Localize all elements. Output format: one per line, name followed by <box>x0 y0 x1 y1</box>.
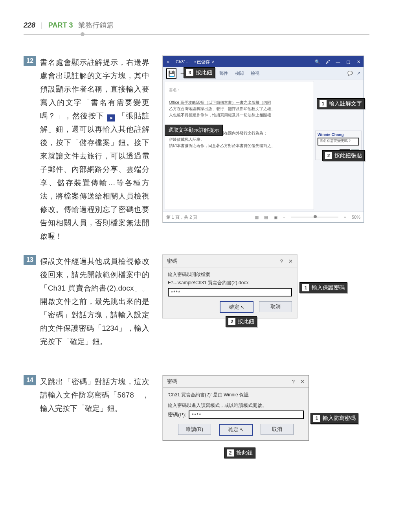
view-icon[interactable]: ▤ <box>264 215 268 220</box>
password-input[interactable]: **** <box>168 288 292 296</box>
readonly-button[interactable]: 唯讀(R) <box>178 424 211 435</box>
callout-2: 2按此鈕 <box>224 447 255 458</box>
cursor-icon: ↖ <box>241 304 244 310</box>
document-area[interactable]: 書名： Office 高手攻略50招（以下簡稱本書）一書之出版權（內附 乙方在台… <box>165 81 314 210</box>
cancel-button[interactable]: 取消 <box>261 424 294 435</box>
step-number-12: 12 <box>24 56 36 66</box>
dialog-titlebar: 密碼 ? ✕ <box>163 255 297 267</box>
zoom-value: 50% <box>352 215 360 219</box>
view-icon[interactable]: ▣ <box>274 215 277 220</box>
dialog-titlebar: 密碼 ? ✕ <box>163 376 309 388</box>
close-icon[interactable]: ✕ <box>353 59 364 64</box>
password-input[interactable]: **** <box>189 411 304 419</box>
pw-label: 密碼(P): <box>168 411 186 418</box>
callout-3: 3按此鈕 <box>184 67 215 78</box>
help-icon[interactable]: ? <box>292 379 295 385</box>
saved-status[interactable]: • 已儲存 ∨ <box>192 59 217 65</box>
dialog-title: 密碼 <box>167 258 177 265</box>
dialog-path: E:\...\sample\Ch31 買賣合約書(2).docx <box>168 280 292 286</box>
dialog-line: 輸入密碼以進入讀寫模式，或以唯讀模式開啟。 <box>168 402 304 409</box>
callout-1: 1輸入防寫密碼 <box>310 413 358 424</box>
dialog-line: 'Ch31 買賣合約書(2)' 是由 Winnie 保護 <box>168 392 304 398</box>
password-write-dialog: 密碼 ? ✕ 'Ch31 買賣合約書(2)' 是由 Winnie 保護 輸入密碼… <box>163 375 309 441</box>
step-13-text: 假設文件經過其他成員檢視修改後回來，請先開啟範例檔案中的「Ch31 買賣合約書(… <box>40 255 149 348</box>
password-open-dialog: 密碼 ? ✕ 輸入密碼以開啟檔案 E:\...\sample\Ch31 買賣合約… <box>163 255 297 318</box>
dialog-line: 輸入密碼以開啟檔案 <box>168 271 292 278</box>
doc-line: 乙方在台灣地區獨家出版、發行、翻譯及影印他種文字之權。 <box>169 106 310 112</box>
doc-line: 併於款載私人記事。 <box>169 136 310 143</box>
post-comment-icon: ➤ <box>107 114 115 121</box>
part-subtitle: 業務行銷篇 <box>78 20 114 30</box>
step-12-text: 書名處會顯示註解提示，右邊界處會出現註解的文字方塊，其中預設顯示作者名稱，直接輸… <box>40 56 149 243</box>
callout-1: 1輸入註解文字 <box>317 98 365 109</box>
share-icon[interactable]: ↗ <box>357 71 360 76</box>
page-number: 228 <box>24 21 35 29</box>
ok-button[interactable]: 確定↖ <box>219 424 253 436</box>
word-window: » Ch31... • 已儲存 ∨ 🔍 🖋 — ▢ ✕ 💾 ⟶ 面 參考 <box>163 56 364 223</box>
user-icon[interactable]: 🖋 <box>323 59 333 64</box>
view-icon[interactable]: ▥ <box>255 215 259 220</box>
header-separator: | <box>41 21 43 29</box>
header-rule <box>24 34 369 35</box>
comment-author: Winnie Chang <box>318 133 359 137</box>
part-label: PART 3 <box>48 21 73 29</box>
callout-2: 2按此鈕 <box>226 316 257 327</box>
highlight-tooltip: 選取文字顯示註解提示 <box>165 125 223 136</box>
comment-input[interactable]: 書名有需要變更嗎？ <box>318 138 359 145</box>
close-icon[interactable]: ✕ <box>288 258 293 264</box>
doc-line: 人也絕不得拒絕作條件，惟須寫用權及其一切法律上相關權 <box>169 112 310 118</box>
ribbon-tab-review[interactable]: 校閱 <box>233 70 245 77</box>
cursor-icon: ↖ <box>240 427 244 433</box>
doc-underline: Office 高手攻略50招（以下簡稱本書）一書之出版權（內附 <box>169 100 271 105</box>
maximize-icon[interactable]: ▢ <box>343 59 353 64</box>
ribbon-tab-view[interactable]: 檢視 <box>249 70 261 77</box>
save-button[interactable]: 💾 <box>166 68 176 79</box>
doc-small-label: 書名： <box>169 87 310 93</box>
minimize-icon[interactable]: — <box>333 59 343 64</box>
word-titlebar: » Ch31... • 已儲存 ∨ 🔍 🖋 — ▢ ✕ <box>163 56 364 67</box>
ok-button[interactable]: 確定↖ <box>220 301 253 313</box>
search-icon[interactable]: 🔍 <box>312 59 323 64</box>
close-icon[interactable]: ✕ <box>300 379 305 385</box>
callout-1: 1輸入保護密碼 <box>299 282 347 293</box>
step-number-13: 13 <box>24 255 36 265</box>
help-icon[interactable]: ? <box>280 258 283 264</box>
ribbon-tab-mail[interactable]: 郵件 <box>218 70 230 77</box>
callout-2: 2按此鈕張貼 <box>322 150 365 161</box>
cancel-button[interactable]: 取消 <box>259 301 292 312</box>
file-name: Ch31... <box>173 59 192 64</box>
zoom-slider[interactable] <box>291 217 338 217</box>
dialog-title: 密碼 <box>167 378 177 385</box>
doc-line: 請印本書據例之著作，同意著乙方對於本書持的優先磋商之。 <box>169 143 310 149</box>
step-14-text: 又跳出「密碼」對話方塊，這次請輸入文件防寫密碼「5678」，輸入完按下「確定」鈕… <box>40 375 149 415</box>
page-header: 228 | PART 3 業務行銷篇 <box>24 20 369 30</box>
word-statusbar: 第 1 頁，共 2 頁 ▥ ▤ ▣ − + 50% <box>163 212 364 222</box>
back-icon[interactable]: » <box>163 59 173 64</box>
page-indicator: 第 1 頁，共 2 頁 <box>166 214 197 220</box>
step-number-14: 14 <box>24 375 36 385</box>
comments-icon[interactable]: 💬 <box>347 71 353 76</box>
